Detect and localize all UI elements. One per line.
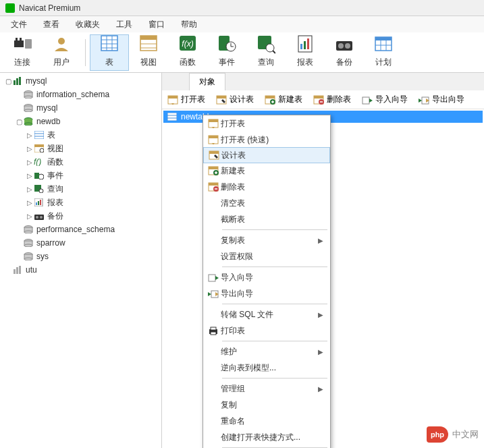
tree-item[interactable]: sparrow xyxy=(0,236,161,250)
ctx-item[interactable]: 新建表 xyxy=(203,163,330,179)
tree-item[interactable]: ▷备份 xyxy=(0,209,161,223)
separator xyxy=(222,267,327,267)
submenu-arrow-icon: ▶ xyxy=(318,385,323,393)
tree-item[interactable]: information_schema xyxy=(0,88,161,101)
expand-icon[interactable]: ▷ xyxy=(26,145,34,152)
svg-point-68 xyxy=(24,231,32,233)
svg-rect-117 xyxy=(209,275,215,281)
tree-item[interactable]: ▷表 xyxy=(0,128,161,142)
toolbar-btn-fx[interactable]: f(x)函数 xyxy=(168,34,207,71)
ctx-label: 导入向导 xyxy=(221,272,323,283)
tree-item[interactable]: utu xyxy=(0,263,161,277)
toolbar-btn-table[interactable]: 表 xyxy=(90,34,129,71)
svg-rect-109 xyxy=(209,167,218,169)
ctx-item[interactable]: 维护▶ xyxy=(203,343,330,360)
menu-3[interactable]: 工具 xyxy=(109,18,139,32)
table-icon xyxy=(100,36,119,55)
ctx-item[interactable]: 创建打开表快捷方式... xyxy=(203,429,330,445)
subtoolbar-open[interactable]: 打开表 xyxy=(165,92,208,107)
svg-point-55 xyxy=(38,174,44,179)
ctx-item[interactable]: 设置权限 xyxy=(203,248,330,264)
expand-icon[interactable]: ▷ xyxy=(26,159,34,166)
toolbar-btn-clock[interactable]: 事件 xyxy=(207,34,246,71)
tree-item[interactable]: ▷查询 xyxy=(0,182,161,196)
ctx-label: 打开表 xyxy=(221,118,323,130)
tree-item[interactable]: ▷报表 xyxy=(0,196,161,209)
ctx-item[interactable]: 复制表▶ xyxy=(203,232,330,248)
expand-icon[interactable]: ▷ xyxy=(26,172,34,179)
design-icon xyxy=(207,150,221,160)
expand-icon[interactable]: ▢ xyxy=(15,118,23,125)
tree-item[interactable]: ▢newdb xyxy=(0,115,161,128)
ctx-item[interactable]: 转储 SQL 文件▶ xyxy=(203,306,330,323)
menu-0[interactable]: 文件 xyxy=(4,18,34,32)
toolbar-btn-schedule[interactable]: 计划 xyxy=(364,34,403,71)
schema-icon xyxy=(23,238,34,248)
toolbar-btn-plug[interactable]: 连接 xyxy=(3,34,42,71)
toolbar-btn-user[interactable]: 用户 xyxy=(42,34,81,71)
toolbar-btn-backup[interactable]: 备份 xyxy=(325,34,364,71)
tree-item[interactable]: ▷f()函数 xyxy=(0,155,161,169)
svg-rect-84 xyxy=(265,96,275,99)
import-icon xyxy=(206,273,221,282)
tree-item[interactable]: sys xyxy=(0,250,161,263)
ctx-item[interactable]: 清空表 xyxy=(203,195,330,211)
svg-rect-62 xyxy=(40,200,41,205)
ctx-item[interactable]: 复制 xyxy=(203,397,330,413)
object-toolbar: 打开表设计表新建表删除表导入向导导出向导 xyxy=(162,90,484,109)
svg-rect-26 xyxy=(304,41,306,49)
ctx-item[interactable]: 管理组▶ xyxy=(203,381,330,397)
tree-item[interactable]: ▷事件 xyxy=(0,169,161,182)
svg-rect-89 xyxy=(314,96,323,99)
expand-icon[interactable]: ▷ xyxy=(26,213,34,220)
tab-objects[interactable]: 对象 xyxy=(189,73,225,90)
ctx-label: 复制 xyxy=(221,399,323,411)
tree-label: mysql xyxy=(36,103,57,113)
svg-rect-25 xyxy=(300,44,302,49)
delete-icon xyxy=(313,94,324,105)
app-icon xyxy=(5,3,15,13)
ctx-item[interactable]: 设计表 xyxy=(203,147,330,163)
subtoolbar-import[interactable]: 导入向导 xyxy=(359,92,410,107)
table-icon xyxy=(167,113,178,121)
svg-rect-61 xyxy=(38,201,39,205)
design-icon xyxy=(216,94,227,105)
ctx-item[interactable]: 打开表 (快速) xyxy=(203,132,330,148)
title-bar: Navicat Premium xyxy=(0,0,484,16)
menu-2[interactable]: 收藏夹 xyxy=(69,18,107,32)
menu-5[interactable]: 帮助 xyxy=(174,18,204,32)
menu-1[interactable]: 查看 xyxy=(36,18,66,32)
subtoolbar-design[interactable]: 设计表 xyxy=(213,92,257,107)
toolbar-btn-query[interactable]: 查询 xyxy=(246,34,286,71)
svg-point-71 xyxy=(24,244,32,247)
toolbar-label: 表 xyxy=(105,57,113,68)
subtoolbar-delete[interactable]: 删除表 xyxy=(311,92,354,107)
subtoolbar-new[interactable]: 新建表 xyxy=(262,92,305,107)
ctx-item[interactable]: 导入向导 xyxy=(203,269,330,285)
toolbar-btn-view[interactable]: 视图 xyxy=(129,34,168,71)
expand-icon[interactable]: ▷ xyxy=(26,132,34,139)
submenu-arrow-icon: ▶ xyxy=(318,237,323,244)
toolbar-btn-report[interactable]: 报表 xyxy=(286,34,325,71)
svg-rect-123 xyxy=(211,327,216,330)
ctx-item[interactable]: 截断表 xyxy=(203,211,330,227)
ctx-item[interactable]: 逆向表到模型... xyxy=(203,360,330,376)
tree-item[interactable]: ▷视图 xyxy=(0,142,161,155)
ctx-item[interactable]: 删除表 xyxy=(203,179,330,195)
ctx-item[interactable]: 打开表 xyxy=(203,115,330,132)
ctx-item[interactable]: 打印表 xyxy=(203,323,330,339)
tree-item[interactable]: ▢mysql xyxy=(0,74,161,88)
svg-rect-3 xyxy=(25,39,32,49)
ctx-item[interactable]: 导出向导 xyxy=(203,285,330,302)
ctx-item[interactable]: 重命名 xyxy=(203,413,330,429)
tree-item[interactable]: performance_schema xyxy=(0,223,161,236)
menu-4[interactable]: 窗口 xyxy=(142,18,171,32)
expand-icon[interactable]: ▷ xyxy=(26,199,34,206)
import-icon xyxy=(362,94,373,105)
svg-point-29 xyxy=(338,43,344,49)
expand-icon[interactable]: ▢ xyxy=(4,78,12,85)
subtoolbar-export[interactable]: 导出向导 xyxy=(416,92,467,107)
connection-tree[interactable]: ▢mysqlinformation_schemamysql▢newdb▷表▷视图… xyxy=(0,73,162,448)
expand-icon[interactable]: ▷ xyxy=(26,186,34,193)
tree-item[interactable]: mysql xyxy=(0,101,161,115)
